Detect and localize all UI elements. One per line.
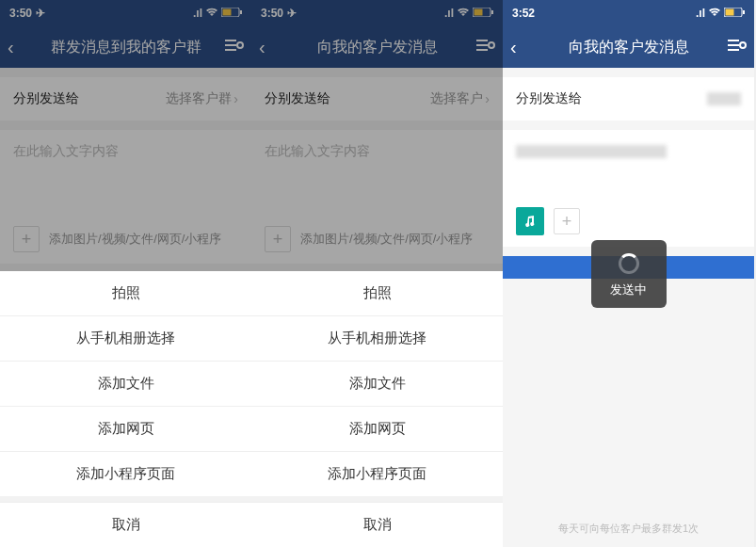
nav-action-button[interactable] [728,26,747,68]
chevron-left-icon: ‹ [510,37,517,58]
action-sheet: 拍照 从手机相册选择 添加文件 添加网页 添加小程序页面 取消 [0,271,251,547]
sheet-item-camera[interactable]: 拍照 [251,271,503,315]
sheet-item-miniprogram[interactable]: 添加小程序页面 [0,451,251,496]
status-time: 3:52 [512,7,535,20]
screen-group-broadcast-sheet: 3:50 ✈ .ıl ‹ 群发消息到我的客户群 分别发送给 选择客户群 › [0,0,251,547]
plus-icon: + [562,212,572,232]
screen-customer-broadcast-sheet: 3:50 ✈ .ıl ‹ 向我的客户发消息 分别发送给 选择客户 › [251,0,503,547]
sheet-item-file[interactable]: 添加文件 [251,361,503,406]
status-bar: 3:52 .ıl [503,0,754,26]
svg-rect-15 [726,9,734,16]
list-settings-icon [728,39,747,56]
back-button[interactable]: ‹ [510,26,517,68]
wifi-icon [708,7,721,20]
spinner-icon [619,253,639,274]
sheet-item-album[interactable]: 从手机相册选择 [251,315,503,361]
svg-rect-16 [743,10,745,14]
sheet-item-miniprogram[interactable]: 添加小程序页面 [251,451,503,496]
loading-text: 发送中 [608,282,650,298]
action-sheet: 拍照 从手机相册选择 添加文件 添加网页 添加小程序页面 取消 [251,271,503,547]
sheet-item-camera[interactable]: 拍照 [0,271,251,315]
sheet-item-file[interactable]: 添加文件 [0,361,251,406]
message-content-row [503,130,754,196]
add-attachment-button[interactable]: + [554,208,580,234]
send-to-value-redacted [707,92,741,105]
sheet-item-webpage[interactable]: 添加网页 [0,406,251,451]
sheet-item-webpage[interactable]: 添加网页 [251,406,503,451]
loading-toast: 发送中 [591,240,667,308]
signal-icon: .ıl [696,7,705,20]
music-file-icon[interactable] [516,207,544,235]
sheet-cancel[interactable]: 取消 [251,502,503,547]
screen-sending: 3:52 .ıl ‹ 向我的客户发消息 分别发送给 [503,0,754,547]
send-to-label: 分别发送给 [516,90,582,107]
svg-point-20 [740,42,746,48]
battery-icon [724,7,745,20]
page-title: 向我的客户发消息 [569,38,689,57]
nav-bar: ‹ 向我的客户发消息 [503,26,754,68]
footer-note: 每天可向每位客户最多群发1次 [503,522,754,536]
sheet-item-album[interactable]: 从手机相册选择 [0,315,251,361]
message-content-redacted [516,145,667,158]
sheet-cancel[interactable]: 取消 [0,502,251,547]
send-to-row[interactable]: 分别发送给 [503,77,754,121]
